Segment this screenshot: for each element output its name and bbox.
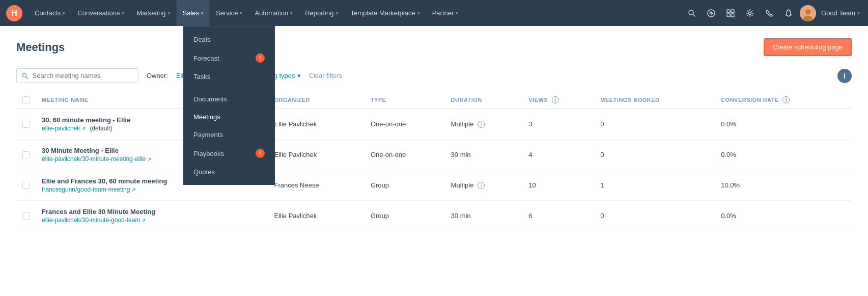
conversion-rate-cell: 0.0% xyxy=(715,109,852,140)
search-box[interactable] xyxy=(16,68,138,83)
meeting-link[interactable]: ellie-pavlichek/30-minute-good-team ↗ xyxy=(42,217,146,224)
organizer-cell: Ellie Pavlichek xyxy=(268,201,365,231)
svg-point-12 xyxy=(805,9,810,14)
organizer-cell: Ellie Pavlichek xyxy=(268,109,365,140)
duration-cell: 30 min xyxy=(445,140,523,170)
info-icon-button[interactable]: i xyxy=(837,69,852,83)
dropdown-item-quotes[interactable]: Quotes xyxy=(183,163,275,181)
nav-item-contacts[interactable]: Contacts ▾ xyxy=(29,0,71,26)
views-info-icon[interactable]: i xyxy=(552,96,559,103)
svg-rect-8 xyxy=(727,14,730,17)
notifications-icon-button[interactable] xyxy=(780,5,797,21)
meetings-booked-cell: 0 xyxy=(594,140,715,170)
svg-rect-7 xyxy=(731,10,734,13)
duration-cell: 30 min xyxy=(445,201,523,231)
duration-info-icon[interactable]: i xyxy=(478,121,485,128)
team-selector[interactable]: Good Team ▾ xyxy=(819,9,862,17)
hubspot-logo[interactable]: H xyxy=(6,5,22,21)
search-icon-button[interactable] xyxy=(684,5,700,21)
dropdown-item-deals[interactable]: Deals xyxy=(183,31,275,48)
avatar[interactable] xyxy=(800,5,816,21)
meeting-name-cell: Frances and Ellie 30 Minute Meeting elli… xyxy=(36,201,268,231)
meeting-link[interactable]: ellie-pavlichek/30-minute-meeting-ellie … xyxy=(42,155,151,163)
chevron-down-icon: ▾ xyxy=(63,11,65,16)
dropdown-separator xyxy=(183,88,275,88)
search-input[interactable] xyxy=(33,72,133,79)
meeting-link[interactable]: ellie-pavlichek ↗ xyxy=(42,125,86,132)
meetings-booked-cell: 1 xyxy=(594,170,715,201)
meeting-link[interactable]: francesgunn/good-team-meeting ↗ xyxy=(42,186,135,193)
chevron-down-icon: ▾ xyxy=(417,11,420,16)
duration-cell: Multiple i xyxy=(445,170,523,201)
nav-item-template-marketplace[interactable]: Template Marketplace ▾ xyxy=(345,0,426,26)
type-cell: One-on-one xyxy=(365,109,445,140)
dropdown-item-playbooks[interactable]: Playbooks ! xyxy=(183,144,275,163)
svg-rect-9 xyxy=(731,14,734,17)
th-type: TYPE xyxy=(365,91,445,109)
external-link-icon: ↗ xyxy=(81,126,86,131)
chevron-down-icon: ▾ xyxy=(240,11,242,16)
dropdown-item-documents[interactable]: Documents xyxy=(183,90,275,108)
chevron-down-icon: ▾ xyxy=(456,11,458,16)
table-body: 30, 60 minute meeting - Ellie ellie-pavl… xyxy=(16,109,852,231)
row-checkbox[interactable] xyxy=(22,212,30,220)
duration-cell: Multiple i xyxy=(445,109,523,140)
external-link-icon: ↗ xyxy=(142,218,146,223)
th-organizer: ORGANIZER xyxy=(268,91,365,109)
marketplace-icon-button[interactable] xyxy=(722,5,739,21)
filters-row: Owner: Ellie Meeting type: All meeting t… xyxy=(16,68,852,83)
meeting-type-chevron-icon: ▾ xyxy=(297,72,301,79)
th-duration: DURATION xyxy=(445,91,523,109)
forecast-badge: ! xyxy=(256,53,265,63)
owner-label: Owner: xyxy=(147,72,168,79)
nav-item-automation[interactable]: Automation ▾ xyxy=(248,0,299,26)
settings-icon-button[interactable] xyxy=(742,5,758,21)
page-title: Meetings xyxy=(16,41,65,54)
svg-point-10 xyxy=(749,12,751,14)
search-icon xyxy=(22,72,29,79)
external-link-icon: ↗ xyxy=(147,156,151,162)
clear-filters-link[interactable]: Clear filters xyxy=(309,72,343,79)
chevron-down-icon: ▾ xyxy=(290,11,293,16)
top-nav: H Contacts ▾ Conversations ▾ Marketing ▾… xyxy=(0,0,868,26)
views-cell: 4 xyxy=(522,140,594,170)
table-header: MEETING NAME ORGANIZER TYPE DURATION VIE… xyxy=(16,91,852,109)
dropdown-item-meetings[interactable]: Meetings xyxy=(183,108,275,126)
svg-text:H: H xyxy=(11,9,17,17)
nav-item-conversations[interactable]: Conversations ▾ xyxy=(71,0,130,26)
dropdown-item-payments[interactable]: Payments xyxy=(183,126,275,144)
external-link-icon: ↗ xyxy=(131,187,135,193)
nav-item-service[interactable]: Service ▾ xyxy=(210,0,248,26)
svg-point-2 xyxy=(689,10,693,15)
th-conversion-rate: CONVERSION RATE i xyxy=(715,91,852,109)
select-all-checkbox[interactable] xyxy=(22,96,30,103)
row-checkbox[interactable] xyxy=(22,151,30,158)
nav-item-sales[interactable]: Sales ▾ xyxy=(177,0,210,26)
dropdown-item-forecast[interactable]: Forecast ! xyxy=(183,48,275,68)
row-checkbox[interactable] xyxy=(22,182,30,189)
duration-info-icon[interactable]: i xyxy=(478,182,485,189)
nav-item-marketing[interactable]: Marketing ▾ xyxy=(130,0,176,26)
nav-item-partner[interactable]: Partner ▾ xyxy=(426,0,465,26)
create-scheduling-page-button[interactable]: Create scheduling page xyxy=(764,38,852,56)
dropdown-item-tasks[interactable]: Tasks xyxy=(183,68,275,86)
type-cell: Group xyxy=(365,201,445,231)
views-cell: 10 xyxy=(522,170,594,201)
views-cell: 6 xyxy=(522,201,594,231)
row-checkbox[interactable] xyxy=(22,121,30,128)
page-content: Meetings Create scheduling page Owner: E… xyxy=(0,26,868,244)
table-row: Ellie and Frances 30, 60 minute meeting … xyxy=(16,170,852,201)
chevron-down-icon: ▾ xyxy=(122,11,124,16)
conversion-info-icon[interactable]: i xyxy=(782,96,790,103)
calls-icon-button[interactable] xyxy=(761,5,777,21)
meetings-table: MEETING NAME ORGANIZER TYPE DURATION VIE… xyxy=(16,91,852,231)
upgrade-icon-button[interactable] xyxy=(703,5,719,21)
chevron-down-icon: ▾ xyxy=(168,11,171,16)
meeting-name: Frances and Ellie 30 Minute Meeting xyxy=(42,208,262,216)
nav-item-reporting[interactable]: Reporting ▾ xyxy=(299,0,344,26)
nav-right: Good Team ▾ xyxy=(684,5,862,21)
meetings-booked-cell: 0 xyxy=(594,201,715,231)
th-views: VIEWS i xyxy=(522,91,594,109)
type-cell: Group xyxy=(365,170,445,201)
table-row: 30, 60 minute meeting - Ellie ellie-pavl… xyxy=(16,109,852,140)
